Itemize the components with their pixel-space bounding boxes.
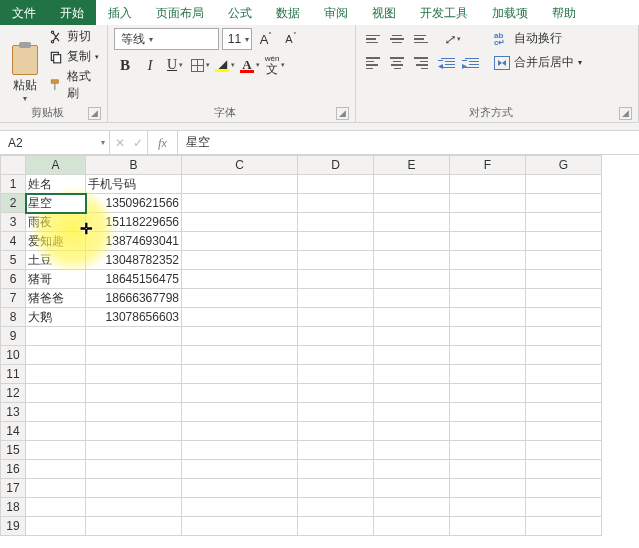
cell-A14[interactable]	[26, 422, 86, 441]
cell-G9[interactable]	[526, 327, 602, 346]
cell-E18[interactable]	[374, 498, 450, 517]
cell-E16[interactable]	[374, 460, 450, 479]
cell-D9[interactable]	[298, 327, 374, 346]
cell-F16[interactable]	[450, 460, 526, 479]
tab-file[interactable]: 文件	[0, 0, 48, 25]
cell-E10[interactable]	[374, 346, 450, 365]
row-header-15[interactable]: 15	[1, 441, 26, 460]
row-header-9[interactable]: 9	[1, 327, 26, 346]
cell-A5[interactable]: 土豆	[26, 251, 86, 270]
align-right-button[interactable]	[410, 52, 432, 74]
cell-G7[interactable]	[526, 289, 602, 308]
cell-B4[interactable]: 13874693041	[86, 232, 182, 251]
cell-A10[interactable]	[26, 346, 86, 365]
cell-A3[interactable]: 雨夜	[26, 213, 86, 232]
row-header-4[interactable]: 4	[1, 232, 26, 251]
cell-D14[interactable]	[298, 422, 374, 441]
paste-button[interactable]: 粘贴 ▾	[6, 28, 45, 103]
cell-G19[interactable]	[526, 517, 602, 536]
cell-G13[interactable]	[526, 403, 602, 422]
cell-D19[interactable]	[298, 517, 374, 536]
row-header-12[interactable]: 12	[1, 384, 26, 403]
cell-E11[interactable]	[374, 365, 450, 384]
cell-D7[interactable]	[298, 289, 374, 308]
row-header-8[interactable]: 8	[1, 308, 26, 327]
cell-C2[interactable]	[182, 194, 298, 213]
increase-indent-button[interactable]: ▸	[462, 52, 484, 74]
font-color-button[interactable]: A ▾	[239, 54, 261, 76]
cell-G8[interactable]	[526, 308, 602, 327]
row-header-17[interactable]: 17	[1, 479, 26, 498]
cell-E17[interactable]	[374, 479, 450, 498]
cell-D1[interactable]	[298, 175, 374, 194]
cell-G12[interactable]	[526, 384, 602, 403]
cell-A16[interactable]	[26, 460, 86, 479]
cell-D4[interactable]	[298, 232, 374, 251]
cell-A9[interactable]	[26, 327, 86, 346]
tab-开始[interactable]: 开始	[48, 0, 96, 25]
cell-F3[interactable]	[450, 213, 526, 232]
column-header-C[interactable]: C	[182, 156, 298, 175]
select-all-corner[interactable]	[1, 156, 26, 175]
cell-C16[interactable]	[182, 460, 298, 479]
tab-开发工具[interactable]: 开发工具	[408, 0, 480, 25]
cell-G1[interactable]	[526, 175, 602, 194]
row-header-1[interactable]: 1	[1, 175, 26, 194]
row-header-13[interactable]: 13	[1, 403, 26, 422]
column-header-B[interactable]: B	[86, 156, 182, 175]
cell-C3[interactable]	[182, 213, 298, 232]
cell-E6[interactable]	[374, 270, 450, 289]
cell-A17[interactable]	[26, 479, 86, 498]
cell-A13[interactable]	[26, 403, 86, 422]
cell-G18[interactable]	[526, 498, 602, 517]
cell-D8[interactable]	[298, 308, 374, 327]
cell-F18[interactable]	[450, 498, 526, 517]
tab-加载项[interactable]: 加载项	[480, 0, 540, 25]
row-header-19[interactable]: 19	[1, 517, 26, 536]
cell-G4[interactable]	[526, 232, 602, 251]
cell-G6[interactable]	[526, 270, 602, 289]
cell-F14[interactable]	[450, 422, 526, 441]
column-header-A[interactable]: A	[26, 156, 86, 175]
cell-B8[interactable]: 13078656603	[86, 308, 182, 327]
cell-F7[interactable]	[450, 289, 526, 308]
font-size-combo[interactable]: 11 ▾	[222, 28, 252, 50]
column-header-D[interactable]: D	[298, 156, 374, 175]
increase-font-button[interactable]: A˄	[255, 28, 277, 50]
cell-E5[interactable]	[374, 251, 450, 270]
cell-B6[interactable]: 18645156475	[86, 270, 182, 289]
cell-A18[interactable]	[26, 498, 86, 517]
cell-E3[interactable]	[374, 213, 450, 232]
row-header-16[interactable]: 16	[1, 460, 26, 479]
row-header-14[interactable]: 14	[1, 422, 26, 441]
cell-F9[interactable]	[450, 327, 526, 346]
row-header-7[interactable]: 7	[1, 289, 26, 308]
cell-B11[interactable]	[86, 365, 182, 384]
cell-B16[interactable]	[86, 460, 182, 479]
cell-C15[interactable]	[182, 441, 298, 460]
cell-D15[interactable]	[298, 441, 374, 460]
borders-button[interactable]: ▾	[189, 54, 211, 76]
cell-A15[interactable]	[26, 441, 86, 460]
decrease-font-button[interactable]: A˅	[280, 28, 302, 50]
cell-C8[interactable]	[182, 308, 298, 327]
cell-B2[interactable]: 13509621566	[86, 194, 182, 213]
cell-A4[interactable]: 爱知趣	[26, 232, 86, 251]
cell-A6[interactable]: 猪哥	[26, 270, 86, 289]
column-header-E[interactable]: E	[374, 156, 450, 175]
cell-B15[interactable]	[86, 441, 182, 460]
align-left-button[interactable]	[362, 52, 384, 74]
tab-数据[interactable]: 数据	[264, 0, 312, 25]
align-bottom-button[interactable]	[410, 28, 432, 50]
cell-C12[interactable]	[182, 384, 298, 403]
cell-B19[interactable]	[86, 517, 182, 536]
column-header-G[interactable]: G	[526, 156, 602, 175]
cell-E8[interactable]	[374, 308, 450, 327]
cell-F1[interactable]	[450, 175, 526, 194]
font-name-combo[interactable]: 等线 ▾	[114, 28, 219, 50]
cell-B17[interactable]	[86, 479, 182, 498]
row-header-5[interactable]: 5	[1, 251, 26, 270]
cell-C5[interactable]	[182, 251, 298, 270]
cell-E7[interactable]	[374, 289, 450, 308]
column-header-F[interactable]: F	[450, 156, 526, 175]
